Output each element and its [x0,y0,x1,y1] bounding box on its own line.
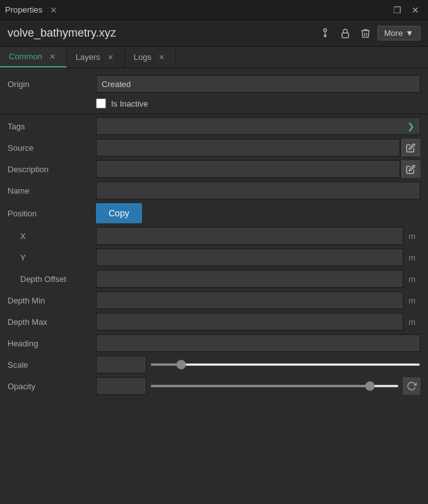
source-input-group [96,139,420,156]
x-unit: m [403,231,420,241]
description-label: Description [8,165,96,174]
copy-button[interactable]: Copy [96,203,142,223]
description-input-group [96,160,420,178]
more-button[interactable]: More ▼ [377,26,421,40]
depth-min-input-group: -83 m [96,291,420,309]
title-bar: Properties ✕ ❐ ✕ [0,0,428,20]
opacity-row: Opacity 1 [0,375,428,397]
svg-point-2 [324,35,326,37]
scale-label: Scale [8,360,96,370]
depth-max-row: Depth Max -103,35800170898438 m [0,311,428,332]
position-label: Position [8,209,96,218]
lock-button[interactable] [337,25,354,42]
y-input[interactable]: 0 [96,249,403,266]
opacity-input-group: 1 [96,377,420,395]
source-edit-button[interactable] [400,139,420,156]
origin-label: Origin [8,79,96,89]
scale-row: Scale 1 [0,354,428,375]
x-input-group: 0 m [96,227,420,245]
source-row: Source [0,137,428,158]
y-label: Y [8,253,96,262]
heading-input[interactable]: 0 [96,334,420,352]
app-header-icons: More ▼ [317,25,421,42]
y-input-group: 0 m [96,249,420,266]
tab-logs-close[interactable]: ✕ [157,52,167,62]
tags-input[interactable] [97,118,402,134]
name-input[interactable]: volve_bathymetry.xyz [96,182,420,199]
x-input[interactable]: 0 [96,227,403,245]
is-inactive-checkbox[interactable] [96,98,106,108]
tab-common-label: Common [9,52,42,61]
opacity-input[interactable]: 1 [96,377,146,395]
depth-max-input-group: -103,35800170898438 m [96,313,420,331]
divider-1 [0,114,428,114]
title-bar-left: Properties ✕ [5,4,60,16]
title-bar-title: Properties [5,5,42,15]
tags-dropdown-icon: ❯ [402,121,420,131]
scale-input-group: 1 [96,356,420,373]
depth-offset-label: Depth Offset [8,274,96,284]
source-input[interactable] [96,139,400,156]
tab-common-close[interactable]: ✕ [47,52,57,62]
origin-value: Created [96,75,420,93]
x-label: X [8,231,96,241]
scale-slider[interactable] [150,363,420,366]
tab-layers-close[interactable]: ✕ [105,52,116,62]
app-filename: volve_bathymetry.xyz [8,26,116,40]
heading-label: Heading [8,339,96,348]
scale-input[interactable]: 1 [96,356,146,373]
tab-layers-label: Layers [76,52,100,62]
properties-content: Origin Created Is Inactive Tags ❯ Source… [0,68,428,402]
svg-rect-3 [342,33,348,38]
heading-row: Heading 0 [0,332,428,354]
depth-max-input[interactable]: -103,35800170898438 [96,313,403,331]
delete-icon [360,28,371,39]
tab-common[interactable]: Common ✕ [0,47,67,67]
description-edit-icon [406,165,415,174]
tab-logs[interactable]: Logs ✕ [125,47,176,67]
lock-icon [340,28,351,39]
window-close-button[interactable]: ✕ [408,3,423,18]
position-row: Position Copy [0,201,428,225]
depth-min-input[interactable]: -83 [96,291,403,309]
name-label: Name [8,186,96,196]
opacity-label: Opacity [8,382,96,391]
opacity-slider[interactable] [150,385,399,387]
description-edit-button[interactable] [400,160,420,178]
depth-offset-row: Depth Offset 0 m [0,268,428,290]
delete-button[interactable] [357,25,374,42]
tabs-bar: Common ✕ Layers ✕ Logs ✕ [0,47,428,68]
is-inactive-label: Is Inactive [111,99,148,108]
name-row: Name volve_bathymetry.xyz [0,180,428,201]
tags-label: Tags [8,122,96,131]
depth-max-unit: m [403,317,420,327]
description-input[interactable] [96,160,400,178]
origin-row: Origin Created [0,73,428,95]
depth-offset-input[interactable]: 0 [96,270,403,288]
app-header: volve_bathymetry.xyz More ▼ [0,20,428,47]
window-restore-button[interactable]: ❐ [389,3,405,18]
title-bar-close-icon[interactable]: ✕ [47,4,60,16]
source-edit-icon [406,143,415,153]
tags-select[interactable]: ❯ [96,117,420,135]
depth-min-unit: m [403,296,420,305]
depth-min-label: Depth Min [8,296,96,305]
pin-button[interactable] [317,25,333,42]
depth-max-label: Depth Max [8,317,96,327]
x-row: X 0 m [0,225,428,247]
source-label: Source [8,143,96,153]
tags-row: Tags ❯ [0,115,428,137]
y-unit: m [403,253,420,262]
svg-point-0 [323,28,326,32]
title-bar-right: ❐ ✕ [389,3,423,18]
description-row: Description [0,158,428,180]
depth-offset-input-group: 0 m [96,270,420,288]
refresh-icon [407,381,417,391]
opacity-refresh-button[interactable] [403,377,420,395]
is-inactive-row: Is Inactive [0,95,428,112]
tab-layers[interactable]: Layers ✕ [67,47,125,67]
y-row: Y 0 m [0,247,428,268]
pin-icon [319,28,331,39]
depth-min-row: Depth Min -83 m [0,290,428,311]
depth-offset-unit: m [403,274,420,284]
